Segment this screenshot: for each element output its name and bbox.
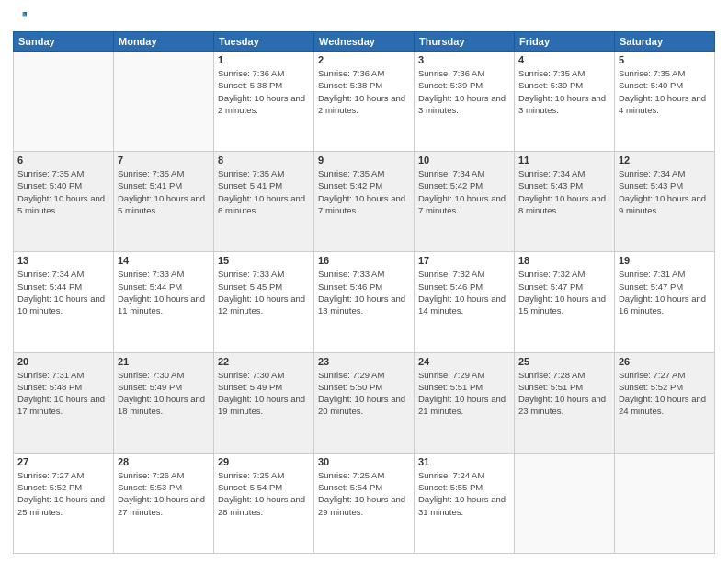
weekday-header: Wednesday — [314, 32, 415, 52]
weekday-header: Friday — [515, 32, 615, 52]
calendar-day-cell: 10Sunrise: 7:34 AM Sunset: 5:42 PM Dayli… — [415, 152, 515, 252]
day-number: 7 — [118, 155, 210, 166]
day-number: 1 — [218, 54, 310, 65]
day-number: 19 — [619, 255, 711, 266]
day-info: Sunrise: 7:34 AM Sunset: 5:44 PM Dayligh… — [17, 268, 109, 316]
calendar-day-cell: 22Sunrise: 7:30 AM Sunset: 5:49 PM Dayli… — [214, 352, 314, 453]
weekday-header: Monday — [114, 32, 214, 52]
calendar-day-cell — [515, 453, 615, 553]
calendar-day-cell: 4Sunrise: 7:35 AM Sunset: 5:39 PM Daylig… — [515, 52, 615, 152]
calendar-day-cell: 3Sunrise: 7:36 AM Sunset: 5:39 PM Daylig… — [415, 52, 515, 152]
day-info: Sunrise: 7:35 AM Sunset: 5:42 PM Dayligh… — [318, 167, 410, 216]
day-info: Sunrise: 7:31 AM Sunset: 5:48 PM Dayligh… — [17, 369, 109, 418]
calendar-day-cell: 28Sunrise: 7:26 AM Sunset: 5:53 PM Dayli… — [114, 453, 214, 553]
calendar-week-row: 20Sunrise: 7:31 AM Sunset: 5:48 PM Dayli… — [14, 352, 715, 453]
day-info: Sunrise: 7:25 AM Sunset: 5:54 PM Dayligh… — [218, 469, 310, 518]
calendar-week-row: 13Sunrise: 7:34 AM Sunset: 5:44 PM Dayli… — [14, 252, 715, 352]
day-info: Sunrise: 7:35 AM Sunset: 5:39 PM Dayligh… — [518, 67, 610, 116]
calendar-day-cell — [615, 453, 715, 553]
day-number: 8 — [218, 155, 310, 166]
day-number: 20 — [17, 356, 109, 367]
day-number: 31 — [418, 456, 510, 467]
day-info: Sunrise: 7:33 AM Sunset: 5:45 PM Dayligh… — [218, 268, 310, 316]
day-number: 6 — [17, 155, 109, 166]
weekday-header: Sunday — [14, 32, 114, 52]
calendar-day-cell: 15Sunrise: 7:33 AM Sunset: 5:45 PM Dayli… — [214, 252, 314, 352]
day-info: Sunrise: 7:35 AM Sunset: 5:41 PM Dayligh… — [218, 167, 310, 216]
day-number: 26 — [619, 356, 711, 367]
logo — [13, 9, 31, 26]
weekday-header: Thursday — [415, 32, 515, 52]
calendar-week-row: 1Sunrise: 7:36 AM Sunset: 5:38 PM Daylig… — [14, 52, 715, 152]
calendar-day-cell: 17Sunrise: 7:32 AM Sunset: 5:46 PM Dayli… — [415, 252, 515, 352]
calendar-day-cell: 1Sunrise: 7:36 AM Sunset: 5:38 PM Daylig… — [214, 52, 314, 152]
day-number: 12 — [619, 155, 711, 166]
calendar-day-cell: 5Sunrise: 7:35 AM Sunset: 5:40 PM Daylig… — [615, 52, 715, 152]
day-info: Sunrise: 7:35 AM Sunset: 5:40 PM Dayligh… — [17, 167, 109, 216]
day-number: 4 — [518, 54, 610, 65]
weekday-header: Saturday — [615, 32, 715, 52]
day-number: 11 — [518, 155, 610, 166]
day-info: Sunrise: 7:36 AM Sunset: 5:38 PM Dayligh… — [318, 67, 410, 116]
day-info: Sunrise: 7:31 AM Sunset: 5:47 PM Dayligh… — [619, 268, 711, 316]
day-info: Sunrise: 7:26 AM Sunset: 5:53 PM Dayligh… — [118, 469, 210, 518]
calendar-day-cell — [14, 52, 114, 152]
day-number: 16 — [318, 255, 410, 266]
day-info: Sunrise: 7:32 AM Sunset: 5:46 PM Dayligh… — [418, 268, 510, 316]
day-info: Sunrise: 7:36 AM Sunset: 5:38 PM Dayligh… — [218, 67, 310, 116]
logo-icon — [13, 9, 29, 26]
calendar-day-cell: 14Sunrise: 7:33 AM Sunset: 5:44 PM Dayli… — [114, 252, 214, 352]
day-number: 2 — [318, 54, 410, 65]
calendar-day-cell: 16Sunrise: 7:33 AM Sunset: 5:46 PM Dayli… — [314, 252, 415, 352]
day-info: Sunrise: 7:27 AM Sunset: 5:52 PM Dayligh… — [619, 369, 711, 418]
calendar-day-cell: 26Sunrise: 7:27 AM Sunset: 5:52 PM Dayli… — [615, 352, 715, 453]
calendar-day-cell — [114, 52, 214, 152]
day-info: Sunrise: 7:33 AM Sunset: 5:44 PM Dayligh… — [118, 268, 210, 316]
calendar-header-row: SundayMondayTuesdayWednesdayThursdayFrid… — [14, 32, 715, 52]
day-info: Sunrise: 7:29 AM Sunset: 5:50 PM Dayligh… — [318, 369, 410, 418]
day-number: 3 — [418, 54, 510, 65]
day-info: Sunrise: 7:34 AM Sunset: 5:43 PM Dayligh… — [619, 167, 711, 216]
header — [13, 9, 715, 26]
day-number: 14 — [118, 255, 210, 266]
day-info: Sunrise: 7:35 AM Sunset: 5:40 PM Dayligh… — [619, 67, 711, 116]
day-info: Sunrise: 7:30 AM Sunset: 5:49 PM Dayligh… — [218, 369, 310, 418]
calendar-day-cell: 25Sunrise: 7:28 AM Sunset: 5:51 PM Dayli… — [515, 352, 615, 453]
calendar-day-cell: 6Sunrise: 7:35 AM Sunset: 5:40 PM Daylig… — [14, 152, 114, 252]
day-number: 5 — [619, 54, 711, 65]
day-number: 28 — [118, 456, 210, 467]
calendar-week-row: 27Sunrise: 7:27 AM Sunset: 5:52 PM Dayli… — [14, 453, 715, 553]
day-number: 18 — [518, 255, 610, 266]
day-info: Sunrise: 7:24 AM Sunset: 5:55 PM Dayligh… — [418, 469, 510, 518]
day-info: Sunrise: 7:30 AM Sunset: 5:49 PM Dayligh… — [118, 369, 210, 418]
day-info: Sunrise: 7:25 AM Sunset: 5:54 PM Dayligh… — [318, 469, 410, 518]
day-number: 10 — [418, 155, 510, 166]
calendar-day-cell: 27Sunrise: 7:27 AM Sunset: 5:52 PM Dayli… — [14, 453, 114, 553]
calendar-day-cell: 21Sunrise: 7:30 AM Sunset: 5:49 PM Dayli… — [114, 352, 214, 453]
day-number: 9 — [318, 155, 410, 166]
day-info: Sunrise: 7:34 AM Sunset: 5:43 PM Dayligh… — [518, 167, 610, 216]
day-number: 22 — [218, 356, 310, 367]
day-info: Sunrise: 7:29 AM Sunset: 5:51 PM Dayligh… — [418, 369, 510, 418]
day-info: Sunrise: 7:33 AM Sunset: 5:46 PM Dayligh… — [318, 268, 410, 316]
day-info: Sunrise: 7:32 AM Sunset: 5:47 PM Dayligh… — [518, 268, 610, 316]
day-info: Sunrise: 7:28 AM Sunset: 5:51 PM Dayligh… — [518, 369, 610, 418]
calendar: SundayMondayTuesdayWednesdayThursdayFrid… — [13, 31, 715, 554]
calendar-day-cell: 19Sunrise: 7:31 AM Sunset: 5:47 PM Dayli… — [615, 252, 715, 352]
day-info: Sunrise: 7:35 AM Sunset: 5:41 PM Dayligh… — [118, 167, 210, 216]
calendar-day-cell: 12Sunrise: 7:34 AM Sunset: 5:43 PM Dayli… — [615, 152, 715, 252]
day-number: 29 — [218, 456, 310, 467]
calendar-week-row: 6Sunrise: 7:35 AM Sunset: 5:40 PM Daylig… — [14, 152, 715, 252]
calendar-day-cell: 7Sunrise: 7:35 AM Sunset: 5:41 PM Daylig… — [114, 152, 214, 252]
day-number: 23 — [318, 356, 410, 367]
day-info: Sunrise: 7:27 AM Sunset: 5:52 PM Dayligh… — [17, 469, 109, 518]
calendar-day-cell: 18Sunrise: 7:32 AM Sunset: 5:47 PM Dayli… — [515, 252, 615, 352]
day-number: 15 — [218, 255, 310, 266]
day-number: 21 — [118, 356, 210, 367]
calendar-day-cell: 29Sunrise: 7:25 AM Sunset: 5:54 PM Dayli… — [214, 453, 314, 553]
day-number: 25 — [518, 356, 610, 367]
calendar-day-cell: 8Sunrise: 7:35 AM Sunset: 5:41 PM Daylig… — [214, 152, 314, 252]
day-number: 17 — [418, 255, 510, 266]
day-number: 30 — [318, 456, 410, 467]
calendar-day-cell: 23Sunrise: 7:29 AM Sunset: 5:50 PM Dayli… — [314, 352, 415, 453]
